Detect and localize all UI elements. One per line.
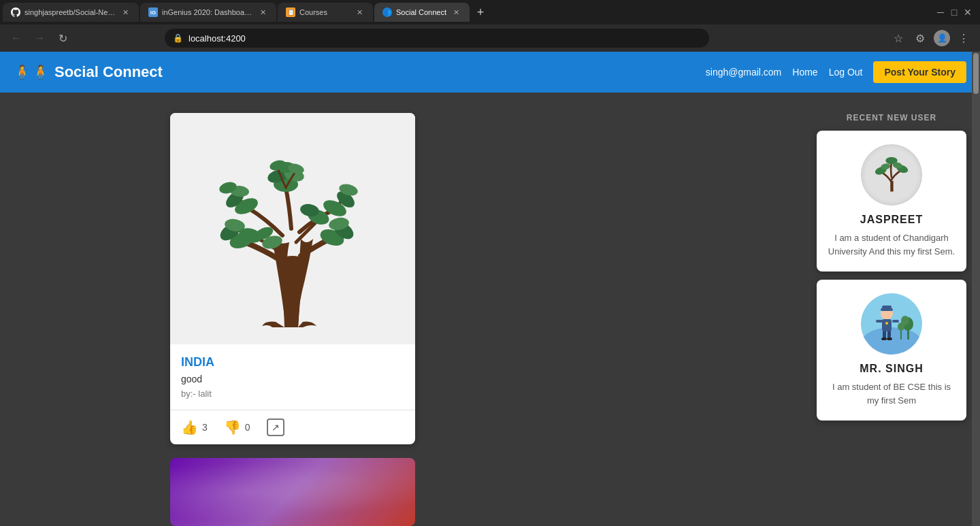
mrsingh-avatar [861, 293, 922, 355]
share-button-1[interactable]: ↗ [267, 418, 284, 436]
story-author-1: by:- lalit [181, 389, 404, 399]
nav-email: singh@gmail.com [706, 67, 781, 78]
main-content: INDIA good by:- lalit 👍 3 👎 0 ↗ [0, 93, 980, 526]
svg-rect-45 [876, 320, 883, 323]
right-sidebar: RECENT NEW USER JASPR [817, 113, 966, 526]
logo-person-green: 🧍 [32, 64, 49, 80]
tab-label-ingenius: inGenius 2020: Dashboard | Dev... [162, 8, 253, 16]
maximize-button[interactable]: □ [950, 8, 958, 16]
browser-user-avatar[interactable]: 👤 [934, 30, 950, 46]
tab-icon-ingenius: iG [148, 7, 158, 17]
like-icon: 👍 [181, 419, 198, 435]
tab-label-social: Social Connect [396, 8, 446, 16]
left-spacer [14, 113, 150, 526]
svg-point-47 [881, 338, 887, 340]
jaspreet-tree-icon [868, 151, 915, 199]
mrsingh-bio: I am student of BE CSE this is my first … [828, 380, 956, 407]
story-title-1: INDIA [181, 355, 404, 369]
tree-illustration [197, 123, 388, 334]
scrollbar-thumb[interactable] [973, 53, 979, 94]
tab-ingenius[interactable]: iG inGenius 2020: Dashboard | Dev... ✕ [140, 3, 276, 22]
jaspreet-name: JASPREET [860, 214, 923, 226]
window-controls: ─ □ ✕ [936, 8, 977, 16]
tab-bar: singhjaspreetb/Social-Network:... ✕ iG i… [0, 0, 980, 24]
svg-rect-41 [882, 319, 892, 331]
feed-area: INDIA good by:- lalit 👍 3 👎 0 ↗ [170, 113, 415, 526]
story-desc-1: good [181, 374, 404, 384]
story-body-1: INDIA good by:- lalit [170, 344, 415, 410]
minimize-button[interactable]: ─ [936, 8, 945, 16]
svg-rect-46 [892, 320, 899, 323]
url-text: localhost:4200 [189, 33, 246, 44]
dislike-count-1: 0 [245, 422, 250, 433]
svg-point-48 [887, 338, 892, 340]
nav-logout-link[interactable]: Log Out [829, 67, 863, 78]
mrsingh-name: MR. SINGH [860, 363, 923, 375]
tab-label-github: singhjaspreetb/Social-Network:... [24, 8, 116, 16]
app-logo: 🧍 🧍 Social Connect [14, 63, 163, 81]
address-bar: ← → ↻ 🔒 localhost:4200 ☆ ⚙ 👤 ⋮ [0, 24, 980, 52]
center-spacer [436, 113, 796, 526]
tab-close-social[interactable]: ✕ [451, 7, 461, 18]
mrsingh-illustration [861, 293, 922, 355]
tab-social-connect[interactable]: 👥 Social Connect ✕ [374, 3, 470, 22]
logo-person-red: 🧍 [14, 64, 31, 80]
lock-icon: 🔒 [173, 33, 183, 43]
tab-close-github[interactable]: ✕ [120, 7, 131, 18]
jaspreet-avatar [861, 144, 922, 206]
share-icon: ↗ [267, 418, 284, 436]
back-button[interactable]: ← [8, 30, 24, 46]
like-count-1: 3 [202, 422, 208, 433]
user-card-mrsingh: MR. SINGH I am student of BE CSE this is… [817, 280, 966, 421]
svg-rect-40 [882, 306, 892, 309]
bookmark-icon[interactable]: ☆ [890, 30, 906, 46]
svg-point-37 [898, 323, 904, 331]
dislike-icon: 👎 [224, 419, 241, 435]
address-actions: ☆ ⚙ 👤 ⋮ [890, 30, 972, 46]
tab-courses[interactable]: 📋 Courses ✕ [278, 3, 373, 22]
reload-button[interactable]: ↻ [54, 30, 71, 46]
scrollbar[interactable] [972, 52, 980, 526]
tab-close-ingenius[interactable]: ✕ [257, 7, 268, 18]
nav-home-link[interactable]: Home [792, 67, 817, 78]
recent-new-user-label: RECENT NEW USER [817, 113, 966, 122]
tab-icon-courses: 📋 [286, 7, 295, 17]
story-card-2 [170, 458, 415, 526]
app-title: Social Connect [54, 63, 163, 81]
forward-button[interactable]: → [31, 30, 48, 46]
like-button-1[interactable]: 👍 3 [181, 419, 208, 435]
close-button[interactable]: ✕ [964, 8, 972, 16]
settings-icon[interactable]: ⚙ [912, 30, 928, 46]
post-story-button[interactable]: Post Your Story [873, 61, 966, 83]
tab-icon-github [11, 7, 20, 17]
new-tab-button[interactable]: + [471, 3, 490, 22]
url-bar[interactable]: 🔒 localhost:4200 [165, 29, 709, 48]
logo-icon: 🧍 🧍 [14, 64, 49, 80]
app-header: 🧍 🧍 Social Connect singh@gmail.com Home … [0, 52, 980, 93]
browser-chrome: singhjaspreetb/Social-Network:... ✕ iG i… [0, 0, 980, 52]
user-card-jaspreet: JASPREET I am a student of Chandigarh Un… [817, 131, 966, 272]
tab-github[interactable]: singhjaspreetb/Social-Network:... ✕ [3, 3, 139, 22]
galaxy-overlay [170, 458, 415, 526]
more-icon[interactable]: ⋮ [956, 30, 972, 46]
jaspreet-bio: I am a student of Chandigarh University … [828, 231, 956, 258]
svg-point-42 [885, 322, 888, 325]
tab-label-courses: Courses [299, 8, 350, 16]
dislike-button-1[interactable]: 👎 0 [224, 419, 250, 435]
app-nav: singh@gmail.com Home Log Out Post Your S… [706, 61, 966, 83]
story-actions-1: 👍 3 👎 0 ↗ [170, 410, 415, 444]
tab-close-courses[interactable]: ✕ [354, 7, 365, 18]
story-card-1: INDIA good by:- lalit 👍 3 👎 0 ↗ [170, 113, 415, 444]
tab-icon-social: 👥 [382, 7, 392, 17]
story-image-1 [170, 113, 415, 344]
